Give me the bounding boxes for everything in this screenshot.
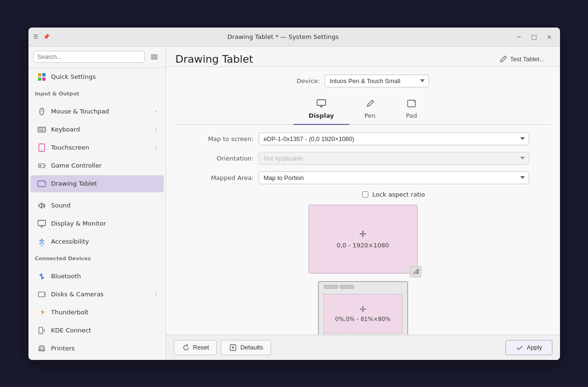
keyboard-label: Keyboard bbox=[51, 126, 150, 133]
lock-aspect-ratio-label[interactable]: Lock aspect ratio bbox=[372, 191, 425, 198]
bluetooth-icon bbox=[37, 272, 47, 281]
thunderbolt-label: Thunderbolt bbox=[51, 309, 157, 316]
sidebar-item-thunderbolt[interactable]: Thunderbolt bbox=[30, 304, 164, 321]
sidebar-item-mouse[interactable]: Mouse & Touchpad › bbox=[30, 103, 164, 120]
bluetooth-label: Bluetooth bbox=[51, 273, 157, 280]
svg-rect-9 bbox=[39, 128, 40, 129]
defaults-button[interactable]: Defaults bbox=[221, 340, 271, 355]
titlebar-app-icons: ☰ 📌 bbox=[32, 33, 50, 40]
screen-resize-handle[interactable] bbox=[410, 266, 421, 277]
footer-left: Reset Defaults bbox=[174, 340, 271, 355]
lock-aspect-ratio-checkbox[interactable] bbox=[362, 191, 368, 198]
pin-icon[interactable]: 📌 bbox=[43, 33, 50, 40]
search-input[interactable] bbox=[33, 51, 145, 63]
svg-rect-13 bbox=[39, 130, 40, 131]
sidebar-item-touchscreen[interactable]: Touchscreen › bbox=[30, 139, 164, 156]
svg-rect-33 bbox=[40, 349, 44, 350]
disks-label: Disks & Cameras bbox=[51, 291, 150, 298]
maximize-button[interactable]: □ bbox=[528, 31, 541, 42]
pen-tab-icon bbox=[365, 99, 375, 110]
svg-rect-35 bbox=[317, 100, 326, 105]
page-title: Drawing Tablet bbox=[176, 53, 253, 65]
mapped-area-select[interactable]: Map to Portion bbox=[259, 171, 529, 184]
svg-rect-15 bbox=[44, 130, 45, 131]
device-row: Device: Intuos Pen & Touch Small bbox=[176, 75, 551, 87]
tab-pad-label: Pad bbox=[406, 112, 417, 119]
accessibility-label: Accessibility bbox=[51, 238, 157, 245]
sidebar-item-drawing-tablet[interactable]: Drawing Tablet bbox=[30, 175, 164, 192]
section-input-output: Input & Output bbox=[28, 86, 166, 99]
lock-aspect-ratio-row: Lock aspect ratio bbox=[259, 191, 529, 198]
sidebar-item-game-controller[interactable]: Game Controller bbox=[30, 157, 164, 174]
keyboard-arrow: › bbox=[155, 126, 157, 132]
tab-display-label: Display bbox=[308, 112, 334, 119]
move-icon: ✛ bbox=[359, 229, 366, 239]
defaults-label: Defaults bbox=[240, 344, 263, 351]
sidebar-item-display-monitor[interactable]: Display & Monitor bbox=[30, 215, 164, 232]
tab-pen[interactable]: Pen bbox=[349, 95, 391, 125]
svg-point-27 bbox=[41, 238, 42, 240]
mapped-area-row: Mapped Area: Map to Portion bbox=[197, 171, 529, 184]
svg-rect-12 bbox=[44, 128, 45, 129]
sidebar-item-bluetooth[interactable]: Bluetooth bbox=[30, 268, 164, 285]
map-to-screen-select[interactable]: eDP-1-0x1357 - (0,0 1920×1080) bbox=[259, 132, 529, 145]
game-controller-icon bbox=[37, 161, 47, 170]
keyboard-icon bbox=[37, 125, 47, 134]
titlebar: ☰ 📌 Drawing Tablet * — System Settings −… bbox=[28, 28, 560, 47]
defaults-icon bbox=[229, 343, 237, 352]
screen-coords: 0,0 - 1920×1080 bbox=[336, 242, 389, 249]
orientation-control: Not Applicable bbox=[259, 152, 529, 165]
svg-point-29 bbox=[44, 294, 45, 295]
reset-label: Reset bbox=[193, 344, 209, 351]
settings-grid: Map to screen: eDP-1-0x1357 - (0,0 1920×… bbox=[197, 132, 529, 335]
touchscreen-icon bbox=[37, 143, 47, 152]
main-content: Device: Intuos Pen & Touch Small bbox=[166, 67, 560, 335]
app-menu-icon[interactable]: ☰ bbox=[32, 33, 40, 40]
quick-settings-icon bbox=[37, 72, 47, 82]
accessibility-icon bbox=[37, 237, 47, 246]
sidebar-item-disks[interactable]: Disks & Cameras › bbox=[30, 286, 164, 303]
drawing-tablet-label: Drawing Tablet bbox=[51, 180, 157, 187]
sidebar-item-kde-connect[interactable]: KDE Connect bbox=[30, 322, 164, 339]
map-to-screen-label: Map to screen: bbox=[197, 135, 254, 142]
main-header: Drawing Tablet Test Tablet... bbox=[166, 47, 560, 67]
reset-button[interactable]: Reset bbox=[174, 340, 217, 355]
apply-button[interactable]: Apply bbox=[505, 340, 552, 355]
sidebar-item-keyboard[interactable]: Keyboard › bbox=[30, 121, 164, 138]
test-tablet-label: Test Tablet... bbox=[510, 56, 545, 63]
svg-rect-6 bbox=[42, 77, 46, 81]
sidebar-item-quick-settings[interactable]: Quick Settings bbox=[30, 68, 164, 85]
kde-connect-icon bbox=[37, 326, 47, 335]
svg-point-31 bbox=[40, 332, 41, 333]
mapped-area-container: ✛ 0,0 - 1920×1080 bbox=[197, 205, 529, 335]
tablet-button-1 bbox=[324, 285, 338, 289]
sidebar-item-accessibility[interactable]: Accessibility bbox=[30, 233, 164, 250]
sidebar-item-sound[interactable]: Sound bbox=[30, 197, 164, 214]
orientation-select[interactable]: Not Applicable bbox=[259, 152, 529, 165]
edit-icon bbox=[499, 55, 507, 64]
tab-display[interactable]: Display bbox=[293, 95, 349, 125]
orientation-label: Orientation: bbox=[197, 155, 254, 162]
svg-rect-24 bbox=[38, 220, 46, 226]
svg-rect-11 bbox=[42, 128, 43, 129]
mouse-arrow: › bbox=[155, 108, 157, 114]
tablet-move-icon: ✛ bbox=[360, 305, 366, 314]
tab-pad[interactable]: Pad bbox=[391, 95, 432, 125]
printers-icon bbox=[37, 344, 47, 353]
svg-point-17 bbox=[41, 149, 42, 150]
svg-rect-3 bbox=[38, 73, 41, 76]
minimize-button[interactable]: − bbox=[513, 31, 526, 42]
section-networking: Networking bbox=[28, 358, 166, 360]
sidebar-item-printers[interactable]: Printers bbox=[30, 340, 164, 357]
main-panel: Drawing Tablet Test Tablet... Device: In… bbox=[166, 47, 560, 360]
test-tablet-button[interactable]: Test Tablet... bbox=[493, 52, 551, 66]
svg-rect-5 bbox=[38, 77, 41, 81]
hamburger-button[interactable] bbox=[148, 50, 161, 64]
search-bar bbox=[28, 47, 166, 68]
quick-settings-label: Quick Settings bbox=[51, 73, 157, 80]
close-button[interactable]: × bbox=[543, 31, 556, 42]
tablet-top-buttons bbox=[324, 285, 354, 289]
mouse-label: Mouse & Touchpad bbox=[51, 108, 150, 115]
tablet-active-area: ✛ 0%,0% - 81%×80% bbox=[324, 294, 402, 333]
device-select[interactable]: Intuos Pen & Touch Small bbox=[325, 75, 429, 87]
